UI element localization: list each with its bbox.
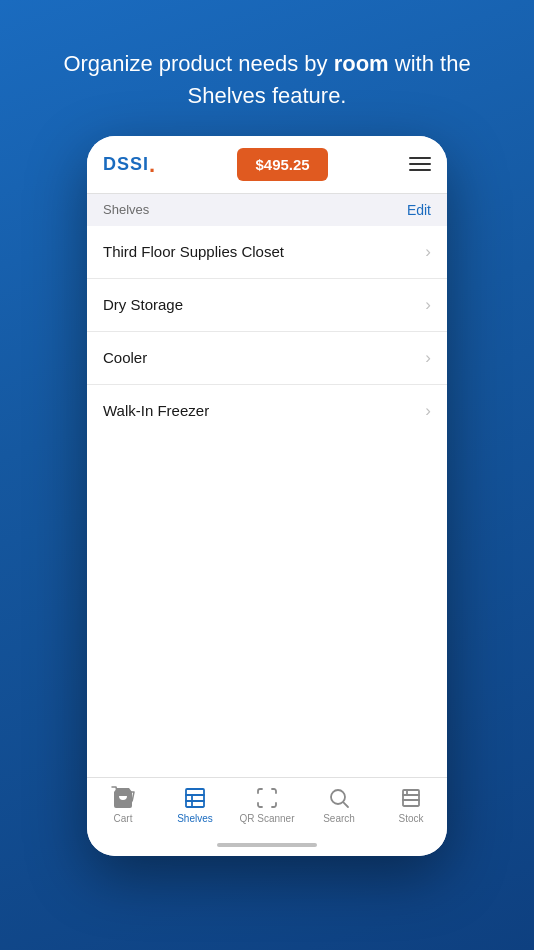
shelves-icon bbox=[183, 786, 207, 810]
qr-icon bbox=[255, 786, 279, 810]
list-item[interactable]: Cooler › bbox=[87, 332, 447, 385]
cart-icon bbox=[111, 786, 135, 810]
edit-button[interactable]: Edit bbox=[407, 202, 431, 218]
nav-item-qr[interactable]: QR Scanner bbox=[237, 786, 297, 824]
top-bar: DSSI. $495.25 bbox=[87, 136, 447, 194]
phone-shell: DSSI. $495.25 Shelves Edit Third Floor S… bbox=[87, 136, 447, 856]
svg-rect-0 bbox=[186, 789, 204, 807]
nav-item-shelves[interactable]: Shelves bbox=[165, 786, 225, 824]
nav-cart-label: Cart bbox=[114, 813, 133, 824]
chevron-right-icon: › bbox=[425, 295, 431, 315]
nav-shelves-label: Shelves bbox=[177, 813, 213, 824]
nav-stock-label: Stock bbox=[398, 813, 423, 824]
search-icon bbox=[327, 786, 351, 810]
nav-qr-label: QR Scanner bbox=[239, 813, 294, 824]
section-header: Shelves Edit bbox=[87, 194, 447, 226]
section-title: Shelves bbox=[103, 202, 149, 217]
svg-point-4 bbox=[331, 790, 345, 804]
dssi-logo: DSSI. bbox=[103, 154, 156, 175]
shelf-name: Third Floor Supplies Closet bbox=[103, 243, 284, 260]
shelf-name: Walk-In Freezer bbox=[103, 402, 209, 419]
hero-text: Organize product needs by room with the … bbox=[63, 51, 470, 108]
nav-item-cart[interactable]: Cart bbox=[93, 786, 153, 824]
menu-icon[interactable] bbox=[409, 157, 431, 171]
hero-section: Organize product needs by room with the … bbox=[0, 0, 534, 136]
shelf-name: Dry Storage bbox=[103, 296, 183, 313]
bottom-nav: Cart Shelves QR Scanner Search bbox=[87, 777, 447, 834]
list-item[interactable]: Third Floor Supplies Closet › bbox=[87, 226, 447, 279]
nav-item-search[interactable]: Search bbox=[309, 786, 369, 824]
price-badge[interactable]: $495.25 bbox=[237, 148, 327, 181]
nav-item-stock[interactable]: Stock bbox=[381, 786, 441, 824]
chevron-right-icon: › bbox=[425, 401, 431, 421]
home-bar bbox=[217, 843, 317, 847]
chevron-right-icon: › bbox=[425, 242, 431, 262]
nav-search-label: Search bbox=[323, 813, 355, 824]
list-item[interactable]: Walk-In Freezer › bbox=[87, 385, 447, 437]
chevron-right-icon: › bbox=[425, 348, 431, 368]
empty-space bbox=[87, 501, 447, 777]
svg-rect-6 bbox=[403, 790, 419, 806]
shelf-name: Cooler bbox=[103, 349, 147, 366]
list-item[interactable]: Dry Storage › bbox=[87, 279, 447, 332]
svg-line-5 bbox=[344, 802, 348, 806]
home-indicator bbox=[87, 834, 447, 856]
stock-icon bbox=[399, 786, 423, 810]
shelves-list: Third Floor Supplies Closet › Dry Storag… bbox=[87, 226, 447, 502]
